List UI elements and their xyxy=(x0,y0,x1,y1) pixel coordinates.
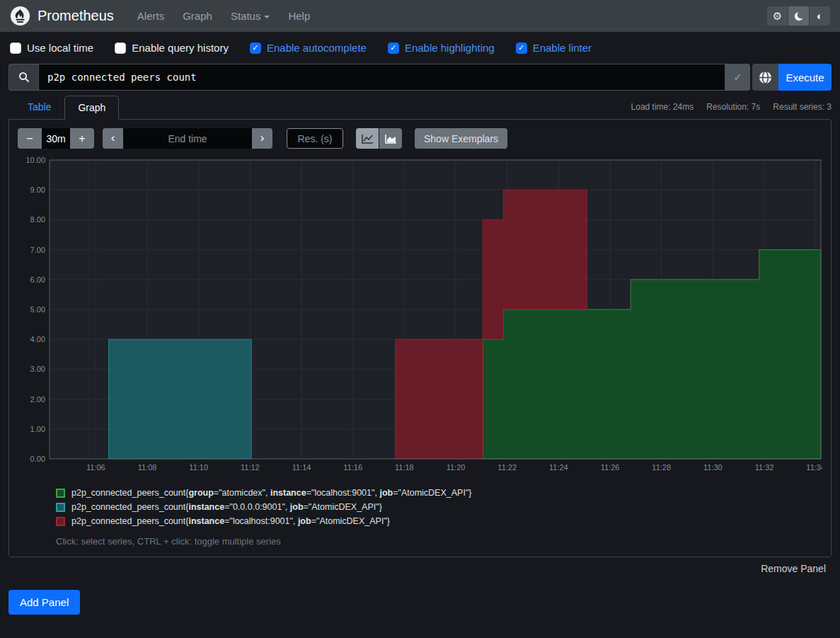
range-decrease-button[interactable]: − xyxy=(18,128,42,149)
y-axis-label: 4.00 xyxy=(30,335,45,343)
x-axis-label: 11:32 xyxy=(755,463,774,472)
nav-link-status[interactable]: Status xyxy=(223,10,278,22)
x-axis-label: 11:34 xyxy=(806,463,822,472)
line-graph-toggle-button[interactable] xyxy=(356,128,379,149)
load-time: Load time: 24ms xyxy=(631,102,694,112)
x-axis-label: 11:12 xyxy=(241,463,260,472)
legend-item-1[interactable]: p2p_connected_peers_count{instance="0.0.… xyxy=(56,502,822,512)
x-axis-label: 11:06 xyxy=(86,463,105,472)
end-time-group: ‹ › xyxy=(103,128,272,149)
time-forward-button[interactable]: › xyxy=(252,128,272,149)
nav-link-alerts[interactable]: Alerts xyxy=(130,10,172,22)
query-stats: Load time: 24ms Resolution: 7s Result se… xyxy=(631,102,832,119)
chart-legend: p2p_connected_peers_count{group="atomicd… xyxy=(56,488,822,526)
theme-button-group: ⚙ ◐ xyxy=(767,6,830,25)
show-exemplars-button[interactable]: Show Exemplars xyxy=(415,128,507,149)
legend-item-2[interactable]: p2p_connected_peers_count{instance="loca… xyxy=(56,516,822,526)
result-series: Result series: 3 xyxy=(773,102,832,112)
checkbox-icon[interactable]: ✓ xyxy=(516,42,527,54)
checkbox-use-local-time[interactable]: ✓ Use local time xyxy=(10,42,93,54)
checkbox-icon[interactable]: ✓ xyxy=(115,42,126,54)
tab-graph[interactable]: Graph xyxy=(64,96,119,120)
remove-panel-row: Remove Panel xyxy=(0,563,826,574)
checkbox-enable-autocomplete[interactable]: ✓ Enable autocomplete xyxy=(250,42,367,54)
auto-theme-button[interactable]: ◐ xyxy=(810,6,830,25)
x-axis-label: 11:14 xyxy=(292,463,311,472)
y-axis-label: 1.00 xyxy=(30,425,45,433)
stacked-graph-toggle-button[interactable] xyxy=(379,128,402,149)
query-valid-button[interactable]: ✓ xyxy=(725,64,750,91)
series-swatch xyxy=(56,489,65,498)
y-axis-label: 9.00 xyxy=(30,186,45,194)
series-label: p2p_connected_peers_count{instance="0.0.… xyxy=(71,502,382,512)
x-axis-label: 11:30 xyxy=(703,463,723,472)
series-swatch xyxy=(56,503,65,512)
options-bar: ✓ Use local time ✓ Enable query history … xyxy=(0,32,840,61)
chart-svg[interactable]: 0.001.002.003.004.005.006.007.008.009.00… xyxy=(18,156,822,474)
range-group: − + xyxy=(18,128,94,149)
contrast-icon: ◐ xyxy=(817,10,823,22)
y-axis-label: 5.00 xyxy=(30,305,45,314)
resolution: Resolution: 7s xyxy=(706,102,760,112)
brand[interactable]: Prometheus xyxy=(10,6,114,26)
settings-button[interactable]: ⚙ xyxy=(767,6,788,25)
x-axis-label: 11:26 xyxy=(601,463,620,472)
checkbox-enable-highlighting[interactable]: ✓ Enable highlighting xyxy=(388,42,495,54)
stacked-chart-icon xyxy=(385,134,397,144)
resolution-input[interactable] xyxy=(287,128,343,149)
x-axis-label: 11:10 xyxy=(189,463,208,472)
checkbox-icon[interactable]: ✓ xyxy=(10,42,21,54)
checkbox-enable-linter[interactable]: ✓ Enable linter xyxy=(516,42,592,54)
add-panel-button[interactable]: Add Panel xyxy=(8,590,80,615)
nav-link-help[interactable]: Help xyxy=(280,10,318,22)
nav-link-graph[interactable]: Graph xyxy=(175,10,220,22)
y-axis-label: 10.00 xyxy=(25,156,45,164)
y-axis-label: 6.00 xyxy=(30,275,45,284)
search-icon-box xyxy=(8,64,38,91)
x-axis-label: 11:20 xyxy=(447,463,466,472)
x-axis-label: 11:16 xyxy=(343,463,362,472)
query-input[interactable] xyxy=(38,64,725,91)
line-chart-icon xyxy=(362,134,374,144)
range-increase-button[interactable]: + xyxy=(70,128,94,149)
legend-item-0[interactable]: p2p_connected_peers_count{group="atomicd… xyxy=(56,488,822,498)
checkbox-enable-query-history[interactable]: ✓ Enable query history xyxy=(115,42,229,54)
checkbox-icon[interactable]: ✓ xyxy=(388,42,399,54)
end-time-input[interactable] xyxy=(123,128,252,149)
checkbox-icon[interactable]: ✓ xyxy=(250,42,261,54)
range-input[interactable] xyxy=(42,128,70,149)
remove-panel-link[interactable]: Remove Panel xyxy=(761,563,826,574)
y-axis-label: 2.00 xyxy=(30,395,45,404)
time-back-button[interactable]: ‹ xyxy=(103,128,123,149)
tabs: Table Graph xyxy=(8,95,119,119)
series-label: p2p_connected_peers_count{group="atomicd… xyxy=(71,488,472,498)
y-axis-label: 8.00 xyxy=(30,215,45,224)
y-axis-label: 3.00 xyxy=(30,365,45,373)
x-axis-label: 11:22 xyxy=(497,463,517,472)
y-axis-label: 0.00 xyxy=(30,455,45,463)
tab-table[interactable]: Table xyxy=(14,95,64,119)
series-area-1 xyxy=(109,339,252,459)
caret-down-icon xyxy=(264,16,270,18)
page-title: Prometheus xyxy=(38,8,114,24)
metrics-explorer-button[interactable] xyxy=(752,64,778,91)
legend-hint: Click: select series, CTRL + click: togg… xyxy=(56,536,822,547)
graph-panel: − + ‹ › xyxy=(8,119,832,557)
x-axis-label: 11:08 xyxy=(138,463,157,472)
x-axis-label: 11:28 xyxy=(652,463,671,472)
execute-button[interactable]: Execute xyxy=(778,64,832,91)
series-swatch xyxy=(56,517,65,526)
navbar: Prometheus Alerts Graph Status Help ⚙ ◐ xyxy=(0,0,840,32)
series-label: p2p_connected_peers_count{instance="loca… xyxy=(71,516,390,526)
y-axis-label: 7.00 xyxy=(30,246,45,254)
tabs-row: Table Graph Load time: 24ms Resolution: … xyxy=(8,95,832,119)
x-axis-label: 11:24 xyxy=(549,463,568,472)
x-axis-label: 11:18 xyxy=(395,463,414,472)
chart-type-group xyxy=(356,128,402,149)
check-icon: ✓ xyxy=(733,71,742,83)
search-icon xyxy=(18,72,30,83)
gear-icon: ⚙ xyxy=(773,10,782,23)
chart-container: 0.001.002.003.004.005.006.007.008.009.00… xyxy=(18,156,822,477)
dark-theme-button[interactable] xyxy=(788,6,809,25)
moon-icon xyxy=(794,11,804,21)
